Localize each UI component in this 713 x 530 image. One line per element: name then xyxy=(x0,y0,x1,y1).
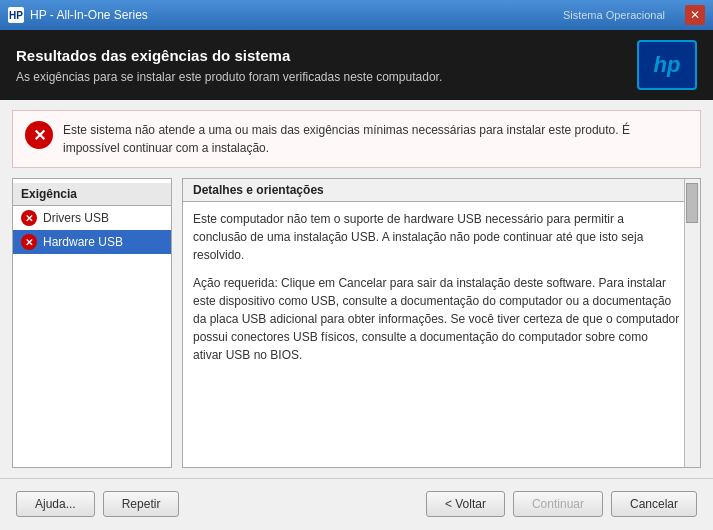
cancel-button[interactable]: Cancelar xyxy=(611,491,697,517)
title-bar: HP HP - All-In-One Series Sistema Operac… xyxy=(0,0,713,30)
left-panel-header: Exigência xyxy=(13,183,171,206)
continue-button[interactable]: Continuar xyxy=(513,491,603,517)
window-subtitle: Sistema Operacional xyxy=(563,9,665,21)
back-button[interactable]: < Voltar xyxy=(426,491,505,517)
drivers-usb-label: Drivers USB xyxy=(43,211,109,225)
footer-left: Ajuda... Repetir xyxy=(16,491,179,517)
scrollbar-thumb[interactable] xyxy=(686,183,698,223)
detail-paragraph-2: Ação requerida: Clique em Cancelar para … xyxy=(193,274,680,364)
hp-logo-text: hp xyxy=(654,52,681,78)
header-subtitle: As exigências para se instalar este prod… xyxy=(16,70,442,84)
error-icon: ✕ xyxy=(25,121,53,149)
footer: Ajuda... Repetir < Voltar Continuar Canc… xyxy=(0,478,713,529)
detail-text-area[interactable]: Este computador não tem o suporte de har… xyxy=(183,202,700,467)
left-panel: Exigência ✕ Drivers USB ✕ Hardware USB xyxy=(12,178,172,468)
header-bar: Resultados das exigências do sistema As … xyxy=(0,30,713,100)
right-panel-header: Detalhes e orientações xyxy=(183,179,700,202)
list-item-drivers-usb[interactable]: ✕ Drivers USB xyxy=(13,206,171,230)
retry-button[interactable]: Repetir xyxy=(103,491,180,517)
list-item-hardware-usb[interactable]: ✕ Hardware USB xyxy=(13,230,171,254)
main-content: Exigência ✕ Drivers USB ✕ Hardware USB D… xyxy=(12,178,701,468)
error-banner: ✕ Este sistema não atende a uma ou mais … xyxy=(12,110,701,168)
error-text: Este sistema não atende a uma ou mais da… xyxy=(63,121,688,157)
right-panel: Detalhes e orientações Este computador n… xyxy=(182,178,701,468)
header-text-block: Resultados das exigências do sistema As … xyxy=(16,47,442,84)
close-button[interactable]: ✕ xyxy=(685,5,705,25)
header-title: Resultados das exigências do sistema xyxy=(16,47,442,64)
drivers-usb-icon: ✕ xyxy=(21,210,37,226)
app-icon: HP xyxy=(8,7,24,23)
help-button[interactable]: Ajuda... xyxy=(16,491,95,517)
detail-paragraph-1: Este computador não tem o suporte de har… xyxy=(193,210,680,264)
window-title: HP - All-In-One Series xyxy=(30,8,543,22)
hp-logo: hp xyxy=(637,40,697,90)
scrollbar-track[interactable] xyxy=(684,179,700,467)
hardware-usb-label: Hardware USB xyxy=(43,235,123,249)
footer-right: < Voltar Continuar Cancelar xyxy=(426,491,697,517)
hardware-usb-icon: ✕ xyxy=(21,234,37,250)
